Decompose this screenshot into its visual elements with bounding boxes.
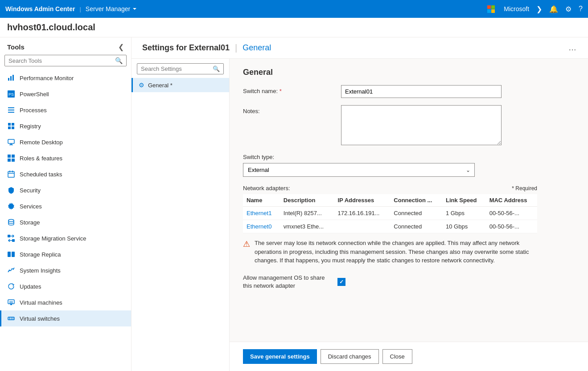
switch-type-label: Switch type: (243, 154, 575, 160)
sidebar-item-label: Roles & features (20, 155, 62, 162)
sidebar-item-virtual-machines[interactable]: Virtual machines (0, 294, 131, 310)
notes-row: Notes: (243, 105, 575, 147)
sidebar-item-scheduled-tasks[interactable]: Scheduled tasks (0, 166, 131, 182)
network-table-head: Name Description IP Addresses Connection… (243, 194, 537, 207)
roles-icon (7, 154, 15, 162)
svg-rect-7 (8, 112, 14, 113)
svg-rect-27 (12, 252, 15, 257)
switch-name-input[interactable] (341, 85, 502, 98)
settings-sidebar: 🔍 ⚙ General * (132, 59, 230, 371)
help-icon[interactable]: ? (579, 5, 583, 13)
col-header-mac: MAC Address (486, 194, 537, 207)
sidebar-item-powershell[interactable]: PS PowerShell (0, 86, 131, 102)
migration-icon (7, 234, 15, 242)
panel-title: Settings for External01 (142, 43, 230, 53)
network-table-body: Ethernet1 Intel(R) 8257... 172.16.16.191… (243, 207, 537, 233)
svg-rect-0 (8, 78, 9, 81)
form-title: General (243, 68, 575, 77)
network-header: Network adapters: * Required (243, 185, 537, 192)
sidebar-item-services[interactable]: Services (0, 198, 131, 214)
settings-icon[interactable]: ⚙ (565, 5, 572, 13)
svg-rect-19 (8, 171, 14, 177)
svg-rect-18 (12, 159, 15, 162)
sidebar-item-storage[interactable]: Storage (0, 214, 131, 230)
notification-icon[interactable]: 🔔 (549, 5, 558, 13)
sidebar-item-virtual-switches[interactable]: Virtual switches (0, 310, 131, 326)
topbar: Windows Admin Center | Server Manager Mi… (0, 0, 588, 18)
sidebar-item-processes[interactable]: Processes (0, 102, 131, 118)
col-header-desc: Description (280, 194, 334, 207)
form-actions: Save general settings Discard changes Cl… (230, 342, 588, 371)
svg-rect-24 (8, 235, 10, 237)
ms-logo (487, 5, 495, 13)
col-header-speed: Link Speed (442, 194, 486, 207)
panel-separator: | (235, 43, 237, 53)
search-input[interactable] (8, 57, 112, 64)
adapter-ip-1 (334, 220, 390, 233)
notes-input-container (341, 105, 502, 147)
switch-type-dropdown[interactable]: External Internal Private (243, 163, 475, 177)
switch-type-dropdown-container: External Internal Private ⌄ (243, 163, 475, 177)
svg-rect-13 (10, 144, 12, 145)
sidebar-item-storage-migration[interactable]: Storage Migration Service (0, 230, 131, 246)
sidebar-item-security[interactable]: Security (0, 182, 131, 198)
sidebar-item-remote-desktop[interactable]: Remote Desktop (0, 134, 131, 150)
settings-search-box: 🔍 (137, 63, 224, 74)
notes-textarea[interactable] (341, 105, 502, 145)
svg-rect-8 (8, 123, 11, 126)
sidebar-item-registry[interactable]: Registry (0, 118, 131, 134)
adapter-mac-1: 00-50-56-... (486, 220, 537, 233)
terminal-icon[interactable]: ❯ (536, 5, 542, 13)
settings-nav-label: General * (148, 82, 173, 89)
required-marker: * (280, 88, 282, 94)
adapter-name-0[interactable]: Ethernet1 (243, 207, 280, 220)
svg-point-23 (8, 220, 14, 222)
sidebar-collapse-button[interactable]: ❮ (118, 43, 124, 51)
table-row[interactable]: Ethernet0 vmxnet3 Ethe... Connected 10 G… (243, 220, 537, 233)
sidebar-item-label: Remote Desktop (20, 139, 63, 146)
switch-type-section: Switch type: External Internal Private ⌄ (243, 154, 575, 177)
svg-rect-11 (12, 126, 14, 129)
network-section: Network adapters: * Required Name Descri… (243, 185, 537, 233)
close-button[interactable]: Close (382, 349, 412, 364)
settings-nav-general[interactable]: ⚙ General * (132, 78, 229, 92)
svg-rect-6 (8, 110, 14, 110)
sidebar-item-updates[interactable]: Updates (0, 278, 131, 294)
checkbox-row: Allow management OS to share this networ… (243, 274, 575, 290)
adapter-name-1[interactable]: Ethernet0 (243, 220, 280, 233)
switch-name-label: Switch name: * (243, 85, 332, 94)
main-panel: Settings for External01 | General … 🔍 ⚙ (132, 37, 588, 371)
server-manager-title[interactable]: Server Manager (86, 5, 137, 12)
save-button[interactable]: Save general settings (243, 349, 317, 364)
sidebar-item-storage-replica[interactable]: Storage Replica (0, 246, 131, 262)
adapter-ip-0: 172.16.16.191... (334, 207, 390, 220)
sidebar-item-roles-features[interactable]: Roles & features (0, 150, 131, 166)
form-container: General Switch name: * (230, 59, 588, 371)
discard-button[interactable]: Discard changes (321, 349, 379, 364)
more-options-button[interactable]: … (568, 43, 577, 53)
adapter-conn-0: Connected (390, 207, 442, 220)
table-row[interactable]: Ethernet1 Intel(R) 8257... 172.16.16.191… (243, 207, 537, 220)
settings-search-input[interactable] (141, 65, 210, 72)
settings-search-icon: 🔍 (213, 65, 220, 72)
sidebar-item-label: Processes (20, 107, 47, 114)
svg-rect-25 (12, 239, 15, 242)
warning-text: The server may lose its network connecti… (255, 239, 537, 265)
checkbox-label: Allow management OS to share this networ… (243, 274, 332, 290)
shield-icon (7, 186, 15, 194)
network-table: Name Description IP Addresses Connection… (243, 194, 537, 233)
col-header-ip: IP Addresses (334, 194, 390, 207)
checkbox-allow-management[interactable] (337, 278, 345, 286)
network-adapters-label: Network adapters: (243, 185, 290, 192)
sidebar-item-system-insights[interactable]: System Insights (0, 262, 131, 278)
sidebar-header: Tools ❮ (0, 37, 131, 55)
adapter-mac-0: 00-50-56-... (486, 207, 537, 220)
svg-rect-2 (12, 75, 14, 81)
process-icon (7, 106, 15, 114)
sidebar-search: 🔍 (0, 55, 131, 70)
host-header: hvhost01.cloud.local (0, 18, 588, 37)
storage-icon (7, 218, 15, 226)
sidebar-item-label: Scheduled tasks (20, 171, 62, 178)
sidebar-item-performance-monitor[interactable]: Performance Monitor (0, 70, 131, 86)
replica-icon (7, 250, 15, 258)
